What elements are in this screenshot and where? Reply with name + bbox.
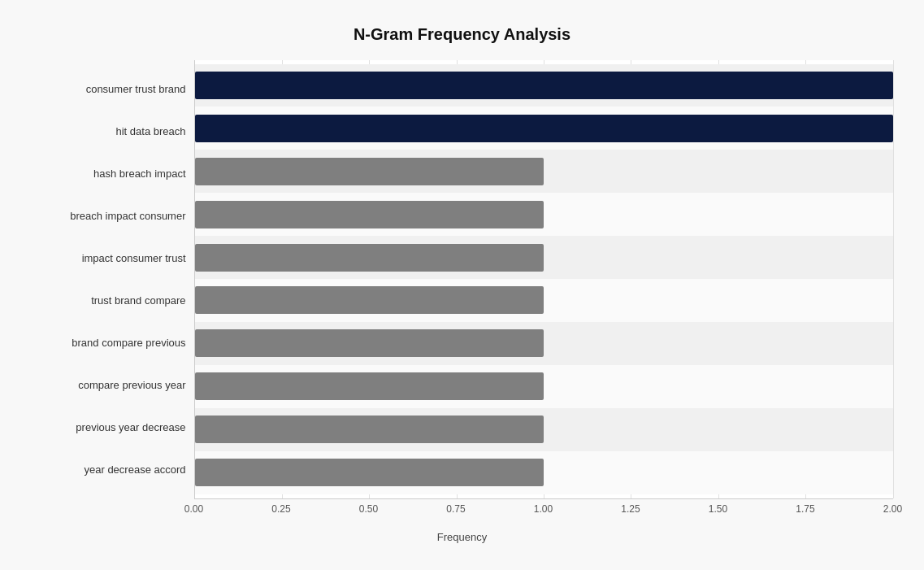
bar bbox=[195, 459, 544, 486]
x-tick: 2.00 bbox=[883, 503, 902, 515]
y-label: hash breach impact bbox=[32, 153, 186, 195]
y-label: compare previous year bbox=[32, 364, 186, 407]
chart-title: N-Gram Frequency Analysis bbox=[32, 25, 893, 44]
bar-row bbox=[195, 236, 893, 279]
bar-row bbox=[195, 451, 893, 494]
y-label: impact consumer trust bbox=[32, 237, 186, 280]
bar bbox=[195, 286, 544, 314]
bar bbox=[195, 158, 544, 185]
y-label: trust brand compare bbox=[32, 280, 186, 322]
x-tick: 1.75 bbox=[796, 503, 814, 515]
bar-row bbox=[195, 150, 893, 193]
x-axis: 0.000.250.500.751.001.251.501.752.00 bbox=[194, 503, 893, 528]
y-labels: consumer trust brandhit data breachhash … bbox=[32, 60, 194, 499]
bars-area bbox=[194, 60, 893, 499]
x-tick: 1.50 bbox=[709, 503, 727, 515]
bar-row bbox=[195, 107, 893, 150]
bar-row bbox=[195, 408, 893, 451]
x-tick: 0.00 bbox=[184, 503, 203, 515]
bar bbox=[195, 72, 893, 99]
y-label: hit data breach bbox=[32, 111, 186, 153]
x-tick: 1.25 bbox=[621, 503, 640, 515]
chart-container: N-Gram Frequency Analysis consumer trust… bbox=[15, 9, 909, 562]
x-tick: 1.00 bbox=[534, 503, 553, 515]
bar bbox=[195, 115, 893, 142]
bar bbox=[195, 329, 544, 357]
y-label: brand compare previous bbox=[32, 322, 186, 364]
bars-rows bbox=[195, 60, 893, 498]
bar-row bbox=[195, 322, 893, 365]
bar-row bbox=[195, 193, 893, 236]
bar bbox=[195, 416, 544, 443]
x-tick: 0.25 bbox=[271, 503, 290, 515]
bar bbox=[195, 372, 544, 400]
bar bbox=[195, 201, 544, 228]
y-label: consumer trust brand bbox=[32, 68, 186, 111]
x-tick-container: 0.000.250.500.751.001.251.501.752.00 bbox=[194, 503, 893, 528]
plot-area: consumer trust brandhit data breachhash … bbox=[32, 60, 893, 499]
y-label: breach impact consumer bbox=[32, 195, 186, 237]
chart-area: consumer trust brandhit data breachhash … bbox=[32, 60, 893, 507]
bar bbox=[195, 244, 544, 272]
y-label: year decrease accord bbox=[32, 449, 186, 491]
x-axis-label: Frequency bbox=[32, 531, 893, 543]
y-label: previous year decrease bbox=[32, 407, 186, 449]
x-tick: 0.50 bbox=[359, 503, 378, 515]
bar-row bbox=[195, 64, 893, 107]
bar-row bbox=[195, 279, 893, 322]
x-tick: 0.75 bbox=[446, 503, 465, 515]
bar-row bbox=[195, 365, 893, 408]
